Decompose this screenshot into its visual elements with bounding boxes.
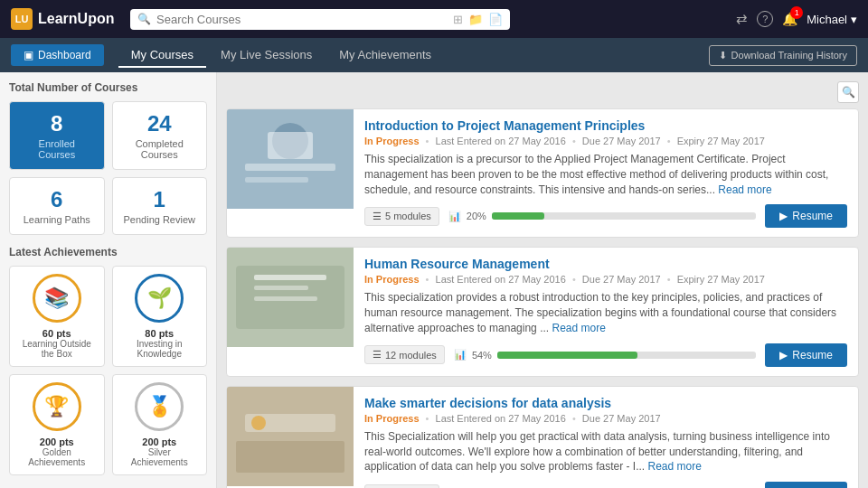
nav-tabs: My Courses My Live Sessions My Achieveme… <box>118 43 444 68</box>
course-content-1: Human Resource Management In Progress • … <box>354 248 858 375</box>
resume-button-0[interactable]: ▶ Resume <box>765 204 847 228</box>
achievement-3: 🏅 200 pts Silver Achievements <box>112 374 208 475</box>
stats-grid: 8 Enrolled Courses 24 Completed Courses … <box>9 101 207 235</box>
achievement-0: 📚 60 pts Learning Outside the Box <box>9 266 105 367</box>
play-icon-1: ▶ <box>779 349 788 361</box>
progress-fill-1 <box>497 352 637 359</box>
nav-bar: ▣ Dashboard My Courses My Live Sessions … <box>0 38 868 72</box>
resume-label-0: Resume <box>792 210 833 222</box>
logo: LU LearnUpon <box>11 8 119 30</box>
stats-section-title: Total Number of Courses <box>9 81 207 94</box>
main-content: Total Number of Courses 8 Enrolled Cours… <box>0 72 868 488</box>
nav-right: ⬇ Download Training History <box>709 45 857 66</box>
svg-rect-9 <box>254 296 317 301</box>
achievement-name-1: Investing in Knowledge <box>120 339 200 359</box>
course-card-1: Human Resource Management In Progress • … <box>226 247 859 376</box>
help-icon[interactable]: ? <box>757 11 773 27</box>
read-more-1[interactable]: Read more <box>552 322 605 334</box>
achievement-icon-3: 🏅 <box>135 382 184 431</box>
modules-icon-1: ☰ <box>373 349 382 361</box>
course-desc-2: This Specialization will help you get pr… <box>364 429 847 474</box>
courses-area: 🔍 Introduction to Project Management Pri… <box>217 72 868 488</box>
course-title-2[interactable]: Make smarter decisions for data analysis <box>364 396 847 410</box>
course-image-0 <box>227 109 354 209</box>
sidebar: Total Number of Courses 8 Enrolled Cours… <box>0 72 217 488</box>
stat-learning-paths: 6 Learning Paths <box>9 177 105 235</box>
courses-search-button[interactable]: 🔍 <box>837 81 859 103</box>
svg-rect-7 <box>254 275 326 280</box>
course-card-0: Introduction to Project Management Princ… <box>226 108 859 238</box>
search-input[interactable] <box>156 13 448 26</box>
tab-achievements[interactable]: My Achievements <box>326 43 444 68</box>
svg-rect-8 <box>254 286 308 290</box>
completed-number: 24 <box>122 111 198 136</box>
folder-icon: 📁 <box>468 13 483 26</box>
achievements-section: Latest Achievements 📚 60 pts Learning Ou… <box>9 246 207 475</box>
course-card-2: Make smarter decisions for data analysis… <box>226 386 859 488</box>
achievements-grid: 📚 60 pts Learning Outside the Box 🌱 80 p… <box>9 266 207 475</box>
progress-area-0: 📊 20% <box>448 211 757 222</box>
svg-rect-4 <box>268 132 313 159</box>
modules-icon-0: ☰ <box>373 211 382 222</box>
svg-rect-1 <box>245 164 335 171</box>
play-icon-0: ▶ <box>779 210 788 222</box>
progress-icon-0: 📊 <box>448 211 461 222</box>
notification-count: 1 <box>790 6 803 19</box>
logo-icon: LU <box>11 8 33 30</box>
tab-live-sessions[interactable]: My Live Sessions <box>208 43 325 68</box>
logo-text: LearnUpon <box>38 11 114 27</box>
course-meta-1: In Progress • Last Entered on 27 May 201… <box>364 274 847 285</box>
course-list: Introduction to Project Management Princ… <box>226 108 859 488</box>
achievement-pts-1: 80 pts <box>120 328 200 339</box>
course-image-1 <box>227 248 354 347</box>
progress-bar-0 <box>492 212 757 220</box>
progress-fill-0 <box>492 212 545 220</box>
modules-label-1: 12 modules <box>385 350 437 361</box>
notification-bell[interactable]: 🔔 1 <box>782 12 797 26</box>
achievement-name-2: Golden Achievements <box>17 447 97 467</box>
search-icon: 🔍 <box>137 13 151 25</box>
resume-label-1: Resume <box>792 349 833 361</box>
svg-rect-11 <box>236 441 344 473</box>
course-content-0: Introduction to Project Management Princ… <box>354 109 858 237</box>
course-meta-0: In Progress • Last Entered on 27 May 201… <box>364 136 847 146</box>
download-history-button[interactable]: ⬇ Download Training History <box>709 45 857 66</box>
progress-pct-1: 54% <box>472 350 492 361</box>
achievement-pts-3: 200 pts <box>120 436 200 447</box>
read-more-2[interactable]: Read more <box>648 460 702 473</box>
dashboard-icon: ▣ <box>24 49 33 61</box>
achievement-pts-0: 60 pts <box>17 328 97 339</box>
download-icon: ⬇ <box>719 50 727 61</box>
course-title-0[interactable]: Introduction to Project Management Princ… <box>364 118 847 133</box>
chevron-down-icon: ▾ <box>851 13 857 26</box>
achievement-1: 🌱 80 pts Investing in Knowledge <box>112 266 208 367</box>
pending-label: Pending Review <box>122 214 198 225</box>
grid-icon: ⊞ <box>453 13 463 26</box>
achievements-title: Latest Achievements <box>9 246 207 258</box>
progress-icon-1: 📊 <box>454 349 467 361</box>
stat-pending: 1 Pending Review <box>112 177 208 235</box>
svg-rect-2 <box>245 177 308 183</box>
modules-badge-2: ☰ 7 modules <box>364 484 439 488</box>
search-bar[interactable]: 🔍 ⊞ 📁 📄 <box>130 9 510 30</box>
achievement-name-0: Learning Outside the Box <box>17 339 97 359</box>
shuffle-icon[interactable]: ⇄ <box>736 11 748 27</box>
completed-label: Completed Courses <box>122 138 198 160</box>
resume-button-1[interactable]: ▶ Resume <box>765 343 847 367</box>
file-icon: 📄 <box>488 13 503 26</box>
course-desc-1: This specialization provides a robust in… <box>364 290 847 335</box>
progress-area-1: 📊 54% <box>454 349 756 361</box>
stat-completed: 24 Completed Courses <box>112 101 208 170</box>
tab-my-courses[interactable]: My Courses <box>118 43 206 68</box>
modules-label-0: 5 modules <box>385 211 431 221</box>
user-menu[interactable]: Michael ▾ <box>807 13 857 26</box>
achievement-2: 🏆 200 pts Golden Achievements <box>9 374 105 475</box>
read-more-0[interactable]: Read more <box>718 183 771 196</box>
paths-number: 6 <box>19 187 95 212</box>
course-title-1[interactable]: Human Resource Management <box>364 257 847 271</box>
resume-button-2[interactable]: ▶ Resume <box>765 482 847 488</box>
dashboard-label: Dashboard <box>38 49 91 61</box>
user-name: Michael <box>807 13 847 26</box>
dashboard-button[interactable]: ▣ Dashboard <box>11 44 104 66</box>
achievement-name-3: Silver Achievements <box>120 447 200 467</box>
